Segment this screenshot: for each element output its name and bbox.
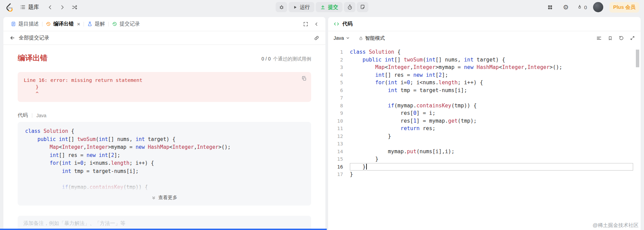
line-content (350, 140, 633, 148)
notes-button[interactable] (357, 2, 369, 12)
code-line[interactable]: 1class Solution { (328, 48, 641, 56)
reset-code-icon[interactable] (619, 35, 624, 41)
code-line[interactable]: 13 (328, 140, 641, 148)
debug-button[interactable] (276, 2, 287, 12)
apps-grid-icon[interactable] (545, 2, 555, 12)
code-line: if(mymap.containsKey(tmp)) { (25, 183, 304, 192)
result-title: 编译出错 (18, 53, 48, 63)
tab-solutions[interactable]: 题解 (84, 17, 108, 31)
line-number: 7 (328, 94, 343, 102)
code-editor[interactable]: 1class Solution {2 public int[] twoSum(i… (328, 45, 641, 178)
leetcode-logo-icon[interactable] (5, 3, 14, 12)
divider (32, 113, 32, 118)
editor-panel-title: 代码 (342, 21, 353, 27)
avatar[interactable] (593, 2, 603, 12)
tab-label: 编译出错 (53, 21, 74, 27)
code-line[interactable]: 6 int tmp = target-nums[i]; (328, 87, 641, 94)
code-line[interactable]: 5 for(int i=0; i<nums.length; i++) { (328, 79, 641, 87)
line-content: int[] res = new int[2]; (25, 152, 120, 158)
code-line[interactable]: 16 } (328, 163, 641, 171)
line-number: 1 (328, 48, 343, 56)
tab-compile-error[interactable]: 编译出错 × (42, 17, 84, 31)
code-line[interactable]: 8 if(mymap.containsKey(tmp)) { (328, 102, 641, 110)
code-line[interactable]: 11 return res; (328, 125, 641, 132)
line-content: mymap.put(nums[i],i); (350, 148, 633, 156)
line-number: 12 (328, 132, 343, 140)
line-content: } (350, 155, 633, 163)
passed-count: 0 / 0 (262, 56, 271, 62)
note-input-box[interactable] (18, 216, 311, 230)
language-select[interactable]: Java (334, 35, 350, 41)
language-value: Java (334, 35, 344, 41)
line-content: public int[] twoSum(int[] nums, int targ… (25, 136, 176, 142)
code-line[interactable]: 12 } (328, 132, 641, 140)
tab-problem-description[interactable]: 题目描述 (7, 17, 42, 31)
submit-upload-icon (320, 4, 326, 10)
line-number: 9 (328, 109, 343, 117)
shuffle-icon[interactable] (70, 2, 79, 12)
line-content: Map<Integer,Integer>mymap = new HashMap<… (25, 144, 231, 150)
passed-suffix: 个通过的测试用例 (273, 56, 311, 62)
flask-icon (87, 21, 92, 26)
code-line: class Solution { (25, 127, 304, 136)
code-line[interactable]: 15 } (328, 155, 641, 163)
line-content: public int[] twoSum(int[] nums, int targ… (350, 56, 633, 64)
code-line[interactable]: 3 Map<Integer,Integer>mymap = new HashMa… (328, 64, 641, 71)
line-number: 3 (328, 64, 343, 71)
back-to-submissions-link[interactable]: 全部提交记录 (19, 35, 49, 41)
line-number: 17 (328, 171, 343, 178)
code-line: int[] res = new int[2]; (25, 152, 304, 160)
history-icon (112, 21, 117, 26)
line-number: 5 (328, 79, 343, 87)
debug-icon (279, 4, 284, 10)
line-number: 13 (328, 140, 343, 148)
code-icon (334, 21, 339, 27)
fullscreen-icon[interactable] (303, 21, 308, 27)
timer-button[interactable] (344, 2, 356, 12)
expand-editor-icon[interactable] (630, 35, 635, 41)
bookmark-icon[interactable] (608, 36, 613, 41)
link-icon[interactable] (314, 35, 319, 41)
editor-scrollbar[interactable] (636, 50, 639, 67)
submit-button[interactable]: 提交 (316, 2, 343, 12)
note-input[interactable] (23, 220, 305, 226)
prev-problem-button[interactable] (45, 2, 55, 12)
stopwatch-icon (347, 4, 353, 10)
code-line[interactable]: 14 mymap.put(nums[i],i); (328, 148, 641, 156)
line-number: 14 (328, 148, 343, 156)
back-arrow-icon[interactable] (10, 35, 15, 41)
line-number: 8 (328, 102, 343, 110)
tab-submissions[interactable]: 提交记录 (109, 17, 143, 31)
next-problem-button[interactable] (57, 2, 67, 12)
problem-list-label: 题库 (28, 4, 39, 11)
run-label: 运行 (300, 4, 310, 11)
view-more-button[interactable]: 查看更多 (25, 191, 304, 204)
copy-icon[interactable] (301, 76, 307, 81)
streak-counter[interactable]: 0 (577, 4, 587, 10)
settings-gear-icon[interactable]: ⚙ (561, 2, 571, 12)
line-content: } (350, 171, 633, 178)
code-editor-panel: 代码 Java 智能模式 (328, 17, 641, 230)
line-content: Map<Integer,Integer>mymap = new HashMap<… (350, 64, 633, 71)
code-line[interactable]: 9 res[0] = i; (328, 109, 641, 117)
plus-member-button[interactable]: Plus 会员 (609, 2, 639, 13)
close-icon[interactable]: × (77, 21, 80, 27)
run-button[interactable]: 运行 (289, 2, 315, 12)
code-line[interactable]: 17} (328, 171, 641, 178)
code-line[interactable]: 4 int[] res = new int[2]; (328, 71, 641, 79)
tab-label: 提交记录 (120, 21, 140, 27)
code-line[interactable]: 7 (328, 94, 641, 102)
line-content: int tmp = target-nums[i]; (25, 168, 139, 174)
code-line[interactable]: 10 res[1] = mymap.get(tmp); (328, 117, 641, 125)
smart-mode-toggle[interactable]: 智能模式 (359, 35, 385, 41)
line-number: 2 (328, 56, 343, 64)
problem-list-button[interactable]: 题库 (16, 2, 42, 13)
note-icon (360, 4, 365, 10)
collapse-panel-icon[interactable] (314, 21, 319, 27)
flame-icon (577, 4, 583, 10)
compile-error-output: Line 16: error: missing return statement… (18, 72, 311, 102)
format-code-icon[interactable] (596, 35, 602, 41)
streak-count: 0 (584, 4, 587, 10)
line-content: res[0] = i; (350, 109, 633, 117)
code-line[interactable]: 2 public int[] twoSum(int[] nums, int ta… (328, 56, 641, 64)
